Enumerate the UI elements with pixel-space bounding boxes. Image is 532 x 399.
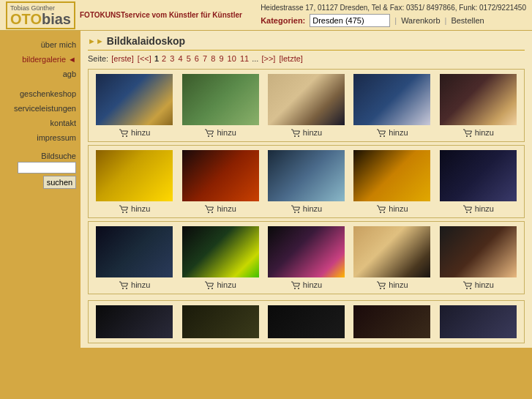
thumbnail[interactable] xyxy=(268,226,345,277)
thumbnail[interactable] xyxy=(353,305,430,338)
svg-point-11 xyxy=(126,212,127,213)
page-5[interactable]: 5 xyxy=(187,54,191,63)
page-7[interactable]: 7 xyxy=(203,54,207,63)
current-page: 1 xyxy=(154,54,159,63)
kategorien-input[interactable] xyxy=(310,14,390,27)
svg-point-1 xyxy=(126,135,127,137)
bildsuche-label: Bildsuche xyxy=(4,152,76,160)
thumbnail[interactable] xyxy=(353,226,430,277)
hinzu-button[interactable]: hinzu xyxy=(291,204,322,213)
thumbnail[interactable] xyxy=(268,150,345,201)
sidebar-item-ueber-mich[interactable]: über mich xyxy=(4,38,76,53)
prev-link[interactable]: [<<] xyxy=(138,54,151,63)
erste-link[interactable]: [erste] xyxy=(111,54,134,63)
kategorien-label: Kategorien: xyxy=(261,16,305,25)
separator1: | xyxy=(394,16,397,25)
thumbnail[interactable] xyxy=(96,150,173,201)
svg-point-12 xyxy=(208,212,209,213)
svg-point-27 xyxy=(383,288,385,289)
page-11[interactable]: 11 xyxy=(240,54,249,63)
thumbnail[interactable] xyxy=(96,305,173,338)
sidebar-item-bildergalerie[interactable]: bildergalerie ◄ xyxy=(4,53,76,67)
sidebar-item-agb[interactable]: agb xyxy=(4,67,76,82)
hinzu-button[interactable]: hinzu xyxy=(119,280,150,289)
image-cell: hinzu xyxy=(437,74,520,137)
thumbnail[interactable] xyxy=(268,305,345,338)
thumbnail[interactable] xyxy=(182,74,259,125)
sidebar-item-serviceleistungen[interactable]: serviceleistungen xyxy=(4,102,76,116)
svg-point-23 xyxy=(211,288,213,289)
content-area: ►► Bildkalaidoskop Seite: [erste] [<<] 1… xyxy=(80,31,532,348)
sidebar-item-geschenkeshop[interactable]: geschenkeshop xyxy=(4,87,76,102)
thumbnail[interactable] xyxy=(182,150,259,201)
hinzu-button[interactable]: hinzu xyxy=(119,128,150,137)
next-link[interactable]: [>>] xyxy=(261,54,275,63)
hinzu-button[interactable]: hinzu xyxy=(119,204,150,213)
sidebar-divider xyxy=(4,81,76,87)
divider-line xyxy=(88,50,525,51)
svg-point-10 xyxy=(122,212,124,213)
hinzu-button[interactable]: hinzu xyxy=(376,280,408,289)
hinzu-button[interactable]: hinzu xyxy=(462,128,494,137)
thumbnail[interactable] xyxy=(440,74,517,125)
letzte-link[interactable]: [letzte] xyxy=(279,54,302,63)
image-cell: hinzu xyxy=(93,150,176,213)
image-cell xyxy=(351,305,433,338)
hinzu-button[interactable]: hinzu xyxy=(462,204,494,213)
tagline-text: FOTOKUNSTservice vom Künstler für Künstl… xyxy=(80,11,242,19)
svg-point-16 xyxy=(380,212,381,213)
cart-icon xyxy=(291,205,301,213)
hinzu-button[interactable]: hinzu xyxy=(204,204,236,213)
image-row-3: hinzu hinzu xyxy=(88,221,525,294)
page-3[interactable]: 3 xyxy=(170,54,174,63)
sidebar: über mich bildergalerie ◄ agb geschenkes… xyxy=(0,31,80,348)
thumbnail[interactable] xyxy=(96,74,173,125)
thumbnail[interactable] xyxy=(353,150,430,201)
thumbnail[interactable] xyxy=(440,150,517,201)
svg-point-25 xyxy=(298,288,299,289)
image-cell: hinzu xyxy=(437,150,520,213)
warenkorb-link[interactable]: Warenkorb xyxy=(401,16,440,25)
sidebar-item-kontakt[interactable]: kontakt xyxy=(4,116,76,131)
logo-box: Tobias Günther OTO bias xyxy=(6,1,75,29)
cart-icon xyxy=(376,129,386,137)
hinzu-button[interactable]: hinzu xyxy=(376,204,408,213)
page-9[interactable]: 9 xyxy=(219,54,223,63)
hinzu-button[interactable]: hinzu xyxy=(204,280,236,289)
sidebar-item-impressum[interactable]: impressum xyxy=(4,131,76,146)
thumbnail[interactable] xyxy=(182,305,259,338)
image-cell: hinzu xyxy=(179,150,261,213)
page-6[interactable]: 6 xyxy=(195,54,199,63)
bestellen-link[interactable]: Bestellen xyxy=(451,16,484,25)
image-cell: hinzu xyxy=(265,74,348,137)
page-2[interactable]: 2 xyxy=(162,54,166,63)
svg-point-0 xyxy=(122,135,124,137)
suchen-button[interactable]: suchen xyxy=(43,176,76,189)
page-title: Bildkalaidoskop xyxy=(107,35,185,47)
thumbnail[interactable] xyxy=(96,226,173,277)
hinzu-button[interactable]: hinzu xyxy=(291,280,322,289)
image-row-4 xyxy=(88,300,525,343)
thumbnail[interactable] xyxy=(440,305,517,338)
search-input[interactable] xyxy=(18,162,76,174)
cart-icon xyxy=(119,129,129,137)
breadcrumb-bar: ►► Bildkalaidoskop xyxy=(88,35,525,47)
hinzu-button[interactable]: hinzu xyxy=(462,280,494,289)
cart-icon xyxy=(291,129,301,137)
thumbnail[interactable] xyxy=(440,226,517,277)
svg-point-4 xyxy=(294,135,296,137)
hinzu-button[interactable]: hinzu xyxy=(376,128,408,137)
hinzu-button[interactable]: hinzu xyxy=(291,128,322,137)
page-10[interactable]: 10 xyxy=(228,54,236,63)
oto-text: OTO xyxy=(10,12,42,26)
svg-point-21 xyxy=(126,288,127,289)
page-8[interactable]: 8 xyxy=(211,54,215,63)
image-cell: hinzu xyxy=(93,226,176,289)
page-4[interactable]: 4 xyxy=(178,54,182,63)
thumbnail[interactable] xyxy=(182,226,259,277)
thumbnail[interactable] xyxy=(268,74,345,125)
svg-point-19 xyxy=(470,212,471,213)
image-cell xyxy=(265,305,348,338)
hinzu-button[interactable]: hinzu xyxy=(204,128,236,137)
thumbnail[interactable] xyxy=(353,74,430,125)
